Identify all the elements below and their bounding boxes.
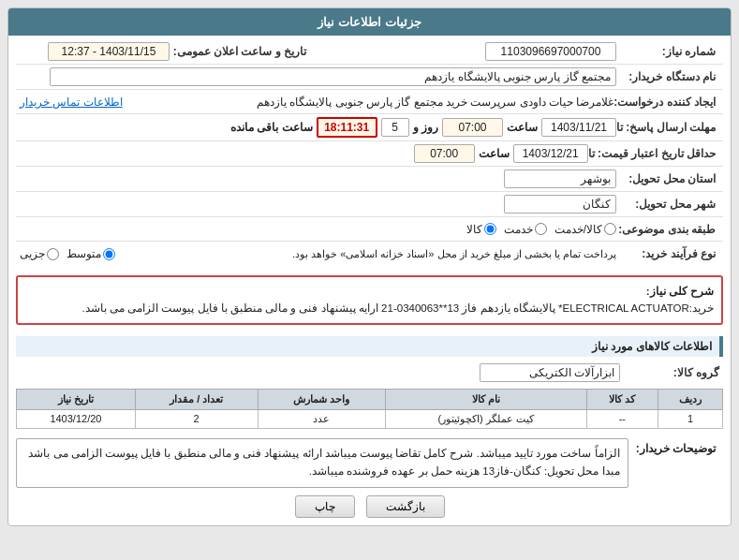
contact-link[interactable]: اطلاعات تماس خریدار — [20, 96, 123, 109]
reply-remaining-label: ساعت باقی مانده — [230, 121, 313, 134]
purchase-option-partial[interactable]: جزیی — [20, 247, 59, 260]
col-qty: تعداد / مقدار — [135, 389, 258, 409]
col-date: تاریخ نیاز — [17, 389, 136, 409]
creator-label: ایجاد کننده درخواست: — [613, 96, 719, 109]
delivery-city-value: کنگان — [504, 195, 616, 214]
cell-date: 1403/12/20 — [17, 409, 136, 428]
cell-code: -- — [586, 409, 658, 428]
datetime-label: تاریخ و ساعت اعلان عمومی: — [170, 45, 310, 58]
category-option-goods[interactable]: کالا — [466, 223, 496, 236]
purchase-radio-group: متوسط جزیی — [20, 247, 115, 260]
max-price-date-label: حداقل تاریخ اعتبار قیمت: تا — [588, 147, 719, 160]
reply-time-label: ساعت — [507, 121, 538, 134]
reply-deadline-label: مهلت ارسال پاسخ: تا — [616, 121, 719, 134]
delivery-province-label: استان محل تحویل: — [616, 172, 719, 185]
reply-time-value: 07:00 — [442, 118, 503, 137]
col-code: کد کالا — [586, 389, 658, 409]
delivery-province-value: بوشهر — [504, 169, 616, 188]
category-option-khadamat[interactable]: کالا/خدمت — [554, 223, 616, 236]
buyer-desc-label: توضیحات خریدار: — [628, 438, 723, 459]
max-price-date-value: 1403/12/21 — [513, 144, 588, 163]
need-number-value: 1103096697000700 — [485, 42, 616, 61]
cell-name: کیت عملگر (اکچوئیتور) — [385, 409, 586, 428]
reply-remaining-value: 18:11:31 — [317, 117, 377, 138]
col-rownum: ردیف — [658, 389, 723, 409]
back-button[interactable]: بازگشت — [366, 495, 445, 518]
buyer-desc-text: الزاماً ساخت مورد تایید میباشد. شرح کامل… — [16, 438, 628, 488]
need-number-label: شماره نیاز: — [616, 45, 719, 58]
category-option-service[interactable]: خدمت — [504, 223, 547, 236]
notice-title: شرح کلی نیاز: — [646, 286, 714, 297]
print-button[interactable]: چاپ — [295, 495, 355, 518]
max-price-time-label: ساعت — [479, 147, 510, 160]
reply-date-value: 1403/11/21 — [541, 118, 616, 137]
cell-rownum: 1 — [658, 409, 723, 428]
reply-day-label: روز و — [413, 121, 438, 134]
goods-section-title: اطلاعات کالاهای مورد نیاز — [16, 336, 723, 357]
cell-qty: 2 — [135, 409, 258, 428]
purchase-type-label: نوع فرآیند خرید: — [616, 247, 719, 260]
col-unit: واحد شمارش — [258, 389, 385, 409]
reply-day-value: 5 — [381, 118, 409, 137]
buyer-org-label: نام دستگاه خریدار: — [616, 70, 719, 83]
datetime-value: 1403/11/15 - 12:37 — [48, 42, 170, 61]
category-radio-group: کالا/خدمت خدمت کالا — [20, 223, 616, 236]
max-price-time-value: 07:00 — [414, 144, 475, 163]
buyer-org-value: مجتمع گاز پارس جنوبی پالایشگاه یازدهم — [50, 67, 616, 86]
notice-text: خرید:ELECTRICAL ACTUATOR* پالایشگاه یازد… — [82, 302, 714, 314]
creator-value: غلامرضا حیات داودی سرپرست خرید مجتمع گاز… — [128, 96, 614, 109]
purchase-option-medium[interactable]: متوسط — [67, 247, 115, 260]
goods-group-value: ابزارآلات الکتریکی — [480, 363, 620, 382]
goods-group-label: گروه کالا: — [620, 366, 723, 379]
goods-table: ردیف کد کالا نام کالا واحد شمارش تعداد /… — [16, 389, 723, 429]
notice-box: شرح کلی نیاز: خرید:ELECTRICAL ACTUATOR* … — [16, 275, 723, 325]
purchase-note: پرداخت تمام یا بخشی از مبلغ خرید از محل … — [121, 248, 616, 260]
page-title: جزئیات اطلاعات نیاز — [318, 15, 421, 29]
page-header: جزئیات اطلاعات نیاز — [8, 8, 731, 36]
button-row: بازگشت چاپ — [8, 488, 731, 525]
delivery-city-label: شهر محل تحویل: — [616, 198, 719, 211]
category-label: طبقه بندی موضوعی: — [616, 223, 719, 236]
col-name: نام کالا — [385, 389, 586, 409]
table-row: 1 -- کیت عملگر (اکچوئیتور) عدد 2 1403/12… — [17, 409, 723, 428]
cell-unit: عدد — [258, 409, 385, 428]
